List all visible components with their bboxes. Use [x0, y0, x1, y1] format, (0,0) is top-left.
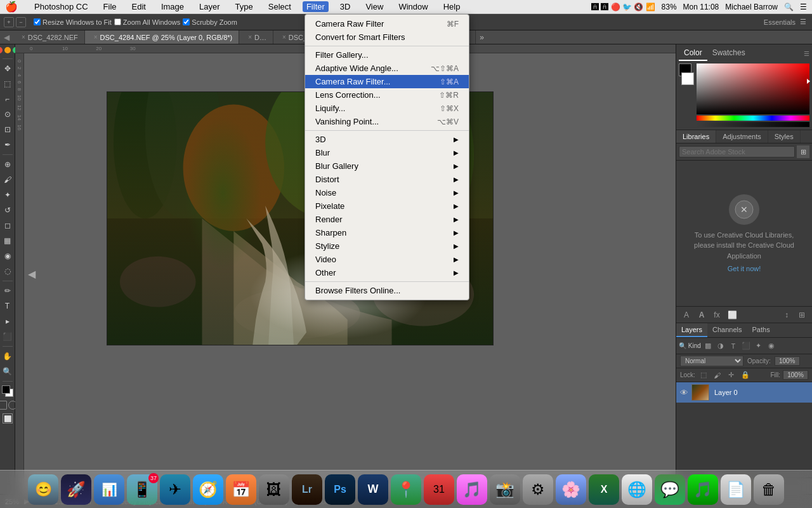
menu-item-convert-smart[interactable]: Convert for Smart Filters	[305, 30, 469, 44]
clone-stamp-tool[interactable]: ✦	[1, 188, 15, 202]
tab-layers[interactable]: Layers	[676, 323, 707, 337]
lib-search-input[interactable]	[679, 146, 795, 157]
lib-view-icon[interactable]: ⊞	[796, 309, 808, 321]
pen-tool[interactable]: ✏	[1, 284, 15, 298]
tab-paths[interactable]: Paths	[747, 323, 775, 337]
menu-item-browse-filters[interactable]: Browse Filters Online...	[305, 284, 469, 297]
menubar-search-icon[interactable]: 🔍	[784, 3, 794, 11]
brush-tool[interactable]: 🖌	[1, 173, 15, 187]
color-spectrum[interactable]	[697, 64, 809, 114]
panel-options-icon[interactable]: ☰	[804, 50, 809, 57]
menu-item-filter-gallery[interactable]: Filter Gallery...	[305, 48, 469, 62]
tab-close-icon[interactable]: ×	[22, 34, 25, 41]
menu-item-sharpen[interactable]: Sharpen ▶	[305, 226, 469, 239]
healing-brush-tool[interactable]: ⊕	[1, 157, 15, 171]
fill-value[interactable]: 100%	[783, 370, 808, 380]
dock-safari[interactable]: 🧭	[193, 474, 223, 505]
foreground-color[interactable]	[2, 385, 10, 394]
menu-item-stylize[interactable]: Stylize ▶	[305, 239, 469, 253]
filter-smart-icon[interactable]: ✦	[753, 340, 764, 352]
tab-libraries[interactable]: Libraries	[676, 130, 716, 143]
dock-launchpad[interactable]: 🚀	[61, 474, 91, 505]
layer-visibility-eye[interactable]: 👁	[679, 388, 689, 398]
tab-styles[interactable]: Styles	[768, 130, 801, 143]
opacity-slider[interactable]	[697, 122, 809, 127]
tab-color[interactable]: Color	[679, 46, 707, 61]
menu-item-video[interactable]: Video ▶	[305, 253, 469, 266]
scrubby-zoom-checkbox[interactable]: Scrubby Zoom	[183, 18, 237, 26]
menu-item-noise[interactable]: Noise ▶	[305, 186, 469, 199]
menu-item-camera-raw[interactable]: Camera Raw Filter ⌘F	[305, 17, 469, 30]
standard-mode[interactable]	[0, 401, 7, 410]
tabs-scroll-left[interactable]: ◀	[0, 33, 13, 42]
hand-tool[interactable]: ✋	[1, 349, 15, 363]
menubar-filter[interactable]: Filter	[303, 1, 329, 12]
lib-grid-view-btn[interactable]: ⊞	[797, 145, 809, 158]
dock-syspreferences[interactable]: ⚙	[523, 474, 553, 505]
menubar-menu-icon[interactable]: ☰	[800, 3, 807, 11]
tab-dsc4282[interactable]: × DSC_4282.NEF	[13, 30, 85, 44]
dock-reminders[interactable]: 📅	[226, 474, 256, 505]
lock-image-btn[interactable]: 🖌	[712, 370, 723, 381]
filter-shape-icon[interactable]: ⬛	[740, 340, 752, 352]
layer-item-0[interactable]: 👁 Layer 0	[676, 382, 812, 403]
zoom-out-btn[interactable]: −	[16, 17, 26, 27]
eyedropper-tool[interactable]: ✒	[1, 138, 15, 152]
filter-adjust-icon[interactable]: ◑	[715, 340, 726, 352]
dodge-tool[interactable]: ◌	[1, 264, 15, 278]
blur-tool[interactable]: ◉	[1, 249, 15, 263]
opacity-value[interactable]: 100%	[775, 356, 800, 366]
menubar-edit[interactable]: Edit	[128, 1, 150, 12]
filter-text-icon[interactable]: T	[728, 340, 739, 352]
zoom-tool[interactable]: 🔍	[1, 364, 15, 378]
dock-lightroom[interactable]: Lr	[292, 474, 322, 505]
menu-item-other[interactable]: Other ▶	[305, 266, 469, 279]
dock-photos[interactable]: 📸	[490, 474, 520, 505]
hue-slider[interactable]	[697, 116, 809, 121]
dock-itunes[interactable]: 🎵	[457, 474, 487, 505]
apple-menu[interactable]: 🍎	[5, 1, 18, 13]
lasso-tool[interactable]: ⌐	[1, 92, 15, 106]
menubar-image[interactable]: Image	[157, 1, 188, 12]
tab-channels[interactable]: Channels	[707, 323, 747, 337]
layer-thumbnail[interactable]	[691, 384, 709, 401]
history-brush-tool[interactable]: ↺	[1, 203, 15, 217]
menubar-select[interactable]: Select	[265, 1, 295, 12]
lib-rect-icon[interactable]: ⬜	[726, 309, 738, 321]
dock-calendar[interactable]: 31	[424, 474, 454, 505]
dock-spotify[interactable]: 🎵	[688, 474, 718, 505]
dock-textedit[interactable]: 📄	[721, 474, 751, 505]
lock-position-btn[interactable]: ✛	[726, 370, 737, 381]
dock-appstore[interactable]: 📱 37	[127, 474, 157, 505]
minimize-btn[interactable]	[4, 47, 11, 53]
menu-item-lens-correction[interactable]: Lens Correction... ⇧⌘R	[305, 88, 469, 102]
tab-dsc4284[interactable]: × DSC_4284.NEF @ 25% (Layer 0, RGB/8*)	[85, 30, 239, 44]
crop-tool[interactable]: ⊡	[1, 123, 15, 137]
dock-word[interactable]: W	[358, 474, 388, 505]
tab-adjustments[interactable]: Adjustments	[716, 130, 768, 143]
menu-item-camera-raw-filter[interactable]: Camera Raw Filter... ⇧⌘A	[305, 75, 469, 88]
dock-messages[interactable]: 💬	[655, 474, 685, 505]
menu-item-pixelate[interactable]: Pixelate ▶	[305, 199, 469, 213]
menu-item-vanishing-point[interactable]: Vanishing Point... ⌥⌘V	[305, 115, 469, 128]
lib-fx-icon[interactable]: fx	[710, 309, 723, 321]
lib-text-bold-icon[interactable]: A	[695, 309, 708, 321]
selection-tool[interactable]: ⬚	[1, 77, 15, 91]
dock-photoshop[interactable]: Ps	[325, 474, 355, 505]
dock-excel[interactable]: X	[589, 474, 619, 505]
dock-maps[interactable]: 📍	[391, 474, 421, 505]
menubar-type[interactable]: Type	[232, 1, 257, 12]
foreground-background-colors[interactable]	[2, 385, 13, 397]
dock-trash[interactable]: 🗑	[754, 474, 784, 505]
dock-chrome[interactable]: 🌐	[622, 474, 652, 505]
shape-tool[interactable]: ⬛	[1, 330, 15, 344]
dock-photos2[interactable]: 🌸	[556, 474, 586, 505]
path-select-tool[interactable]: ▸	[1, 314, 15, 328]
canvas-scroll-left-btn[interactable]: ◀	[28, 268, 36, 280]
resize-windows-checkbox[interactable]: Resize Windows to Fit	[34, 18, 112, 26]
background-color-swatch[interactable]	[681, 72, 694, 85]
filter-pixel-icon[interactable]: ▩	[702, 340, 714, 352]
close-btn[interactable]	[0, 47, 3, 53]
menubar-app[interactable]: Photoshop CC	[30, 1, 92, 12]
quick-select-tool[interactable]: ⊙	[1, 107, 15, 121]
